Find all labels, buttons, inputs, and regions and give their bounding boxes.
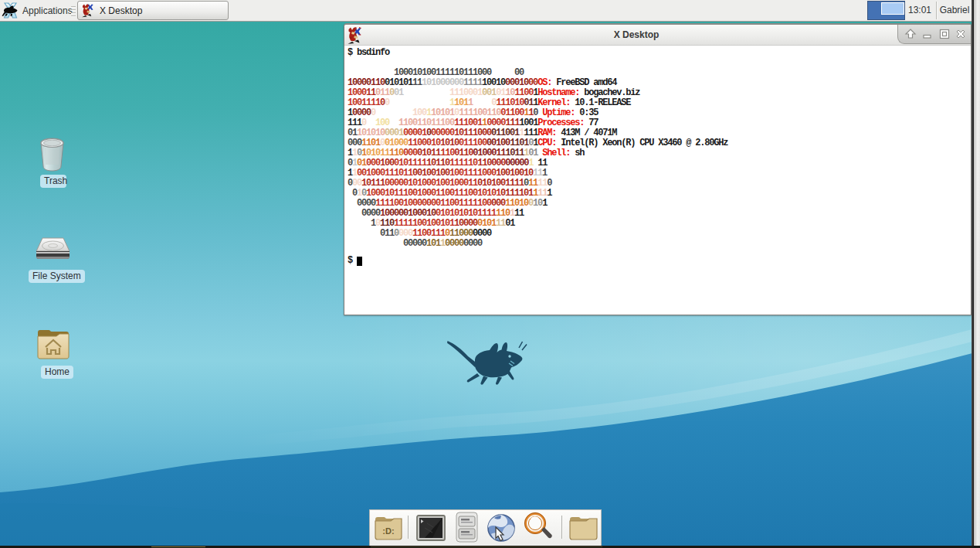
- svg-text::D:: :D:: [382, 526, 394, 536]
